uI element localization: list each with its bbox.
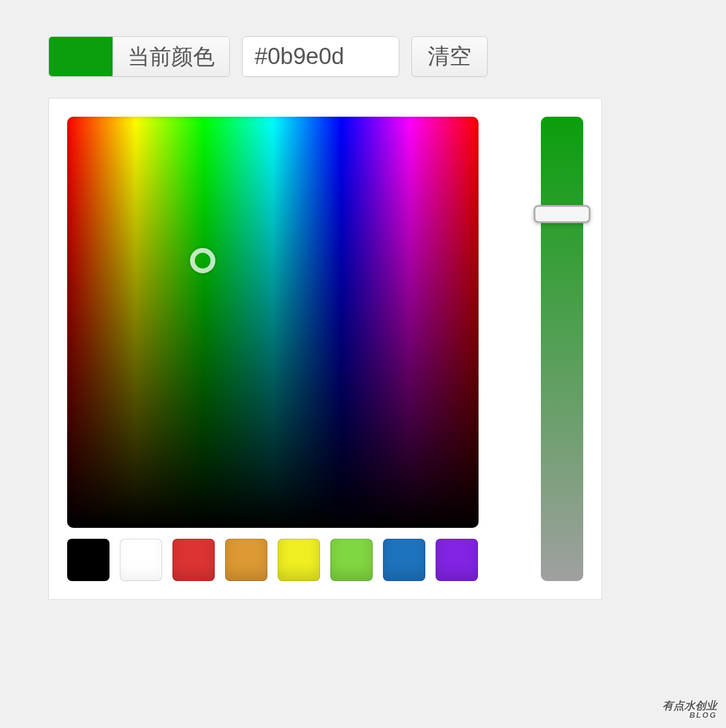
saturation-value-area[interactable] [67,117,479,528]
swatch-green[interactable] [330,539,373,581]
swatch-blue[interactable] [383,539,425,581]
current-color-swatch [49,37,113,76]
swatch-black[interactable] [67,539,110,581]
color-picker-panel [48,98,602,600]
watermark: 有点水创业 BLOG [662,700,717,719]
slider-thumb[interactable] [534,205,590,223]
swatch-purple[interactable] [436,539,478,581]
preset-swatches-row [67,539,520,581]
sv-cursor-icon[interactable] [190,248,215,273]
swatch-yellow[interactable] [278,539,320,581]
watermark-line2: BLOG [662,711,717,719]
color-toolbar: 当前颜色 清空 [48,36,678,77]
hex-input[interactable] [242,36,399,77]
current-color-button[interactable]: 当前颜色 [48,36,230,77]
watermark-line1: 有点水创业 [662,700,717,712]
current-color-label: 当前颜色 [113,37,229,76]
picker-left-column [67,117,520,581]
swatch-orange[interactable] [225,539,267,581]
value-slider[interactable] [541,117,583,581]
clear-button[interactable]: 清空 [411,36,488,77]
swatch-white[interactable] [120,539,162,581]
swatch-red[interactable] [172,539,215,581]
